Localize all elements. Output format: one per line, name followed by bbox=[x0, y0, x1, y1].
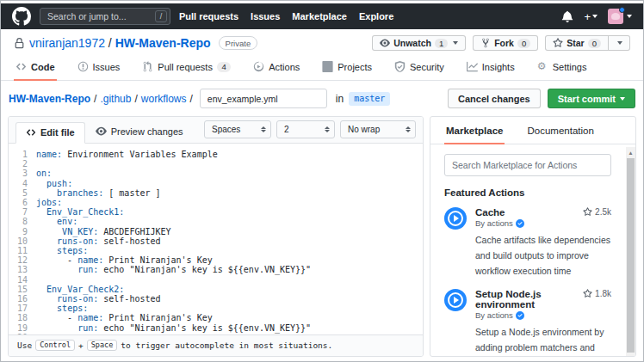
caret-down-icon bbox=[620, 97, 625, 101]
scroll-up-icon[interactable]: ▲ bbox=[626, 147, 635, 156]
tab-marketplace[interactable]: Marketplace bbox=[444, 117, 505, 144]
play-icon bbox=[253, 61, 264, 72]
filename-input[interactable] bbox=[200, 89, 327, 108]
plus-icon: + bbox=[584, 10, 591, 23]
line-number: 16 bbox=[9, 294, 36, 304]
star-dropdown-button[interactable] bbox=[609, 35, 630, 51]
repo-tab-insights[interactable]: Insights bbox=[465, 55, 517, 81]
editor-header: Edit file Preview changes Spaces 2 No wr… bbox=[9, 117, 423, 144]
tab-count-badge: 4 bbox=[217, 62, 231, 72]
cancel-changes-button[interactable]: Cancel changes bbox=[448, 89, 541, 108]
marketplace-search-input[interactable] bbox=[444, 154, 611, 176]
create-new-button[interactable]: + bbox=[584, 10, 598, 23]
line-number: 3 bbox=[9, 169, 36, 178]
repo-tab-actions[interactable]: Actions bbox=[251, 55, 301, 81]
header-search-input[interactable] bbox=[40, 8, 170, 25]
action-title[interactable]: Cache bbox=[475, 207, 505, 218]
top-nav-pull-requests[interactable]: Pull requests bbox=[179, 11, 238, 21]
indent-size-select[interactable]: 2 bbox=[276, 120, 335, 138]
repo-tab-issues[interactable]: Issues bbox=[76, 55, 122, 81]
visibility-badge: Private bbox=[219, 36, 258, 50]
repo-tab-pull-requests[interactable]: Pull requests4 bbox=[140, 55, 232, 81]
start-commit-button[interactable]: Start commit bbox=[548, 89, 635, 108]
repo-name-link[interactable]: HW-Maven-Repo bbox=[115, 36, 211, 50]
action-author: By actions bbox=[475, 310, 611, 320]
breadcrumb-separator: / bbox=[134, 93, 137, 105]
repo-tab-settings[interactable]: ⚙Settings bbox=[536, 55, 589, 81]
featured-actions-list: Cache2.5kBy actionsCache artifacts like … bbox=[444, 207, 611, 356]
code-line: 13 run: echo "Niranjan's key is ${{env.V… bbox=[9, 265, 423, 274]
top-nav-marketplace[interactable]: Marketplace bbox=[292, 11, 347, 21]
user-menu[interactable] bbox=[608, 9, 632, 24]
breadcrumb-dir-workflows[interactable]: workflows bbox=[141, 93, 187, 105]
repo-tab-label: Settings bbox=[553, 62, 587, 72]
caret-down-icon bbox=[627, 15, 632, 18]
top-nav-issues[interactable]: Issues bbox=[251, 11, 280, 21]
editor-settings: Spaces 2 No wrap bbox=[204, 120, 416, 143]
line-content: runs-on: self-hosted bbox=[36, 294, 161, 304]
repo-tab-code[interactable]: Code bbox=[14, 55, 57, 81]
repo-owner-link[interactable]: vniranjan1972 bbox=[29, 36, 105, 50]
repo-tabs: CodeIssuesPull requests4ActionsProjectsS… bbox=[1, 55, 643, 81]
code-line: 5 branches: [ master ] bbox=[9, 188, 423, 198]
action-description: Setup a Node.js environment by adding pr… bbox=[475, 327, 604, 356]
fork-count: 0 bbox=[517, 39, 530, 48]
github-logo-icon[interactable] bbox=[12, 7, 31, 26]
indent-mode-select[interactable]: Spaces bbox=[204, 120, 271, 138]
tab-preview-changes[interactable]: Preview changes bbox=[85, 121, 194, 143]
graph-icon bbox=[467, 61, 478, 72]
featured-action-cache[interactable]: Cache2.5kBy actionsCache artifacts like … bbox=[444, 207, 611, 278]
top-nav: Pull requestsIssuesMarketplaceExplore bbox=[179, 11, 393, 21]
repo-tab-label: Security bbox=[410, 62, 444, 72]
code-line: 6jobs: bbox=[9, 198, 423, 207]
line-number: 19 bbox=[9, 323, 36, 333]
repo-tab-projects[interactable]: Projects bbox=[320, 55, 374, 81]
bell-icon[interactable] bbox=[561, 10, 573, 22]
header-search: / bbox=[40, 8, 170, 25]
line-number: 4 bbox=[9, 179, 36, 188]
code-line: 1name: Environment Variables Example bbox=[9, 150, 423, 159]
line-content: VN_KEY: ABCDEFGHIJKEY bbox=[36, 227, 171, 236]
marketplace-sidebar: Marketplace Documentation Featured Actio… bbox=[430, 116, 636, 357]
featured-action-setup-node-js-environment[interactable]: Setup Node.js environment1.8kBy actionsS… bbox=[444, 289, 611, 356]
repo-title-slash: / bbox=[108, 36, 112, 50]
top-nav-explore[interactable]: Explore bbox=[359, 11, 393, 21]
line-number: 15 bbox=[9, 285, 36, 294]
issue-opened-icon bbox=[77, 61, 89, 72]
shield-icon bbox=[394, 61, 406, 72]
line-content: env: bbox=[36, 217, 77, 226]
action-star-count: 1.8k bbox=[583, 289, 611, 298]
repo-tab-label: Insights bbox=[482, 62, 515, 72]
breadcrumb-repo-link[interactable]: HW-Maven-Repo bbox=[9, 93, 90, 105]
action-description: Cache artifacts like dependencies and bu… bbox=[475, 235, 610, 276]
scrollbar-thumb[interactable] bbox=[627, 158, 635, 353]
repo-tab-label: Code bbox=[31, 62, 55, 72]
line-number: 7 bbox=[9, 207, 36, 217]
sidebar-scrollbar[interactable]: ▲ bbox=[626, 147, 635, 356]
unwatch-button[interactable]: Unwatch 1 bbox=[372, 35, 466, 51]
breadcrumb-dir-github[interactable]: .github bbox=[100, 93, 131, 105]
repo-tab-security[interactable]: Security bbox=[393, 55, 446, 81]
wrap-mode-select[interactable]: No wrap bbox=[340, 120, 416, 138]
code-line: 3on: bbox=[9, 169, 423, 178]
header-right: + bbox=[561, 9, 632, 24]
star-button[interactable]: Star 0 bbox=[545, 35, 609, 51]
editor-footer: Use Control + Space to trigger autocompl… bbox=[9, 334, 423, 356]
action-title[interactable]: Setup Node.js environment bbox=[475, 289, 583, 310]
tab-edit-file[interactable]: Edit file bbox=[15, 122, 85, 144]
slash-shortcut-key: / bbox=[155, 10, 167, 22]
fork-button[interactable]: Fork 0 bbox=[473, 35, 538, 51]
tab-documentation[interactable]: Documentation bbox=[525, 117, 595, 144]
code-editor[interactable]: 1name: Environment Variables Example23on… bbox=[9, 144, 423, 334]
line-number: 8 bbox=[9, 217, 36, 226]
repo-tab-label: Actions bbox=[269, 62, 300, 72]
file-editor-panel: Edit file Preview changes Spaces 2 No wr… bbox=[8, 116, 424, 357]
action-star-count: 2.5k bbox=[583, 207, 611, 217]
code-line: 16 runs-on: self-hosted bbox=[9, 294, 423, 304]
line-number: 17 bbox=[9, 304, 36, 313]
notification-dot bbox=[619, 7, 625, 13]
repo-tab-label: Issues bbox=[93, 62, 121, 72]
line-content: run: echo "Niranjan's key is ${{env.VN_K… bbox=[36, 323, 311, 333]
select-caret-icon bbox=[261, 126, 266, 132]
code-line: 12 - name: Print Niranjan's Key bbox=[9, 255, 423, 265]
